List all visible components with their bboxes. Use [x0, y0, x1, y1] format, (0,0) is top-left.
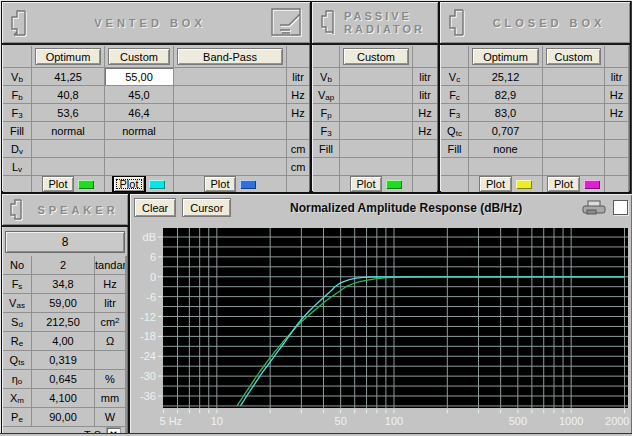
cursor-button[interactable]: Cursor: [182, 198, 231, 217]
speaker-selector[interactable]: 8: [5, 231, 125, 253]
column-button-custom[interactable]: Custom: [546, 48, 601, 65]
plot-button[interactable]: Plot: [547, 176, 580, 192]
speaker-standard-cell[interactable]: Standard: [95, 256, 125, 274]
unit-cell: [413, 140, 437, 157]
plot-button[interactable]: Plot: [350, 176, 383, 192]
param-row-label: Dv: [3, 140, 31, 157]
chart-title: Normalized Amplitude Response (dB/Hz): [237, 201, 575, 215]
chart-area[interactable]: dB60-6-12-18-24-30-365 Hz105010050010002…: [130, 222, 632, 434]
param-value-cell: 25,12: [469, 68, 542, 85]
vented-box-header: VENTED BOX: [2, 2, 310, 45]
unit-cell: mm: [95, 389, 125, 407]
plot-color-swatch: [78, 180, 94, 189]
column-header-cell: Custom: [105, 46, 173, 67]
plot-background: [163, 228, 628, 408]
param-row-label: F3: [441, 104, 468, 121]
param-row-label: Fill: [313, 140, 339, 157]
unit-cell: Hz: [413, 122, 437, 139]
param-row-label: Fp: [313, 104, 339, 121]
param-value-cell: [340, 140, 412, 157]
unit-cell: [605, 122, 628, 139]
param-value-cell: [174, 122, 286, 139]
y-axis-label: -18: [140, 330, 156, 342]
column-header-cell: Custom: [340, 46, 412, 67]
closed-box-panel: CLOSED BOX OptimumCustomVc25,12litrFc82,…: [440, 2, 630, 191]
unit-cell: [95, 351, 125, 369]
plot-color-swatch: [516, 180, 532, 189]
speaker-panel: SPEAKER 8 No2StandardFs34,8HzVas59,00lit…: [2, 194, 128, 434]
column-button-custom[interactable]: Custom: [343, 48, 409, 65]
param-value-cell: [543, 104, 604, 121]
empty-cell: [605, 158, 628, 175]
column-button-optimum[interactable]: Optimum: [472, 48, 539, 65]
corner-cell: [441, 46, 468, 67]
column-header-cell: Custom: [543, 46, 604, 67]
param-row-label: Qts: [3, 351, 31, 369]
param-value-cell: 45,0: [105, 86, 173, 103]
param-edit-field[interactable]: 55,00: [105, 68, 173, 85]
plot-color-swatch: [386, 180, 402, 189]
param-row-label: Vb: [313, 68, 339, 85]
param-value-cell: 0,319: [32, 351, 94, 369]
param-row-label: Lv: [3, 158, 31, 175]
param-value-cell: [543, 122, 604, 139]
chart-svg: dB60-6-12-18-24-30-365 Hz105010050010002…: [130, 222, 632, 434]
unit-cell: [287, 122, 309, 139]
param-row-label: Sd: [3, 313, 31, 331]
param-row-label: Fs: [3, 275, 31, 293]
column-header-cell: Band-Pass: [174, 46, 286, 67]
unit-header-cell: [413, 46, 437, 67]
param-value-cell: [32, 158, 104, 175]
clear-button[interactable]: Clear: [134, 198, 176, 217]
y-axis-label: -6: [146, 291, 156, 303]
param-value-cell: 53,6: [32, 104, 104, 121]
y-axis-label: 6: [150, 251, 156, 263]
column-button-custom[interactable]: Custom: [108, 48, 170, 65]
unit-cell: Hz: [95, 275, 125, 293]
closed-box-title: CLOSED BOX: [474, 17, 624, 29]
param-value-cell: 212,50: [32, 313, 94, 331]
param-value-cell: 0,645: [32, 370, 94, 388]
unit-cell: %: [95, 370, 125, 388]
param-value-cell: normal: [32, 122, 104, 139]
param-value-cell: 40,8: [32, 86, 104, 103]
y-axis-label: -24: [140, 350, 156, 362]
unit-cell: Ω: [95, 332, 125, 350]
column-button-band-pass[interactable]: Band-Pass: [177, 48, 283, 65]
unit-cell: Hz: [413, 104, 437, 121]
empty-cell: [543, 158, 604, 175]
param-value-cell: [32, 140, 104, 157]
plot-cell: Plot: [105, 176, 173, 192]
unit-cell: litr: [413, 68, 437, 85]
plot-button[interactable]: Plot: [113, 176, 146, 192]
plot-button[interactable]: Plot: [42, 176, 75, 192]
param-value-cell: 4,100: [32, 389, 94, 407]
vented-box-diagram-icon: [270, 8, 304, 38]
empty-cell: [441, 158, 468, 175]
plot-color-box[interactable]: [613, 200, 628, 215]
plot-row-spacer: [313, 176, 339, 192]
param-row-label: Vas: [3, 294, 31, 312]
vented-box-title: VENTED BOX: [36, 17, 264, 29]
unit-cell: Hz: [605, 104, 628, 121]
speaker-number-cell[interactable]: 2: [32, 256, 94, 274]
param-value-cell: [543, 86, 604, 103]
plot-row-spacer: [605, 176, 628, 192]
plot-panel: Clear Cursor Normalized Amplitude Respon…: [130, 194, 632, 434]
unit-cell: litr: [287, 68, 309, 85]
param-value-cell: [105, 140, 173, 157]
param-value-cell: normal: [105, 122, 173, 139]
param-row-label: Fill: [3, 122, 31, 139]
plot-cell: Plot: [174, 176, 286, 192]
param-row-label: Vc: [441, 68, 468, 85]
plot-button[interactable]: Plot: [204, 176, 237, 192]
param-row-label: Xm: [3, 389, 31, 407]
passive-radiator-panel: PASSIVE RADIATOR CustomVblitrVaplitrFpHz…: [312, 2, 438, 191]
x-axis-label: 500: [509, 415, 527, 427]
plot-cell: Plot: [340, 176, 412, 192]
unit-cell: litr: [605, 68, 628, 85]
column-button-optimum[interactable]: Optimum: [35, 48, 101, 65]
plot-button[interactable]: Plot: [479, 176, 512, 192]
printer-icon[interactable]: [581, 200, 607, 216]
unit-cell: cm2: [95, 313, 125, 331]
